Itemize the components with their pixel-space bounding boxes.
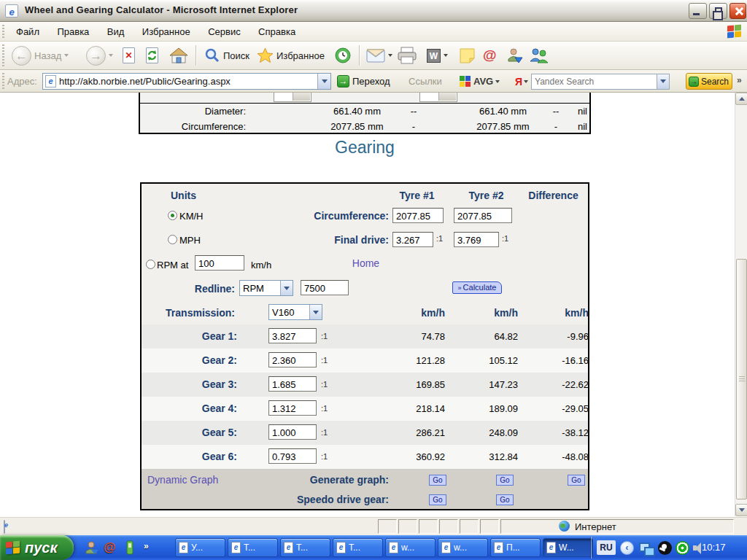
yandex-dropdown-icon[interactable] [524,80,528,83]
quicklaunch-mail-icon[interactable]: @ [104,540,118,555]
taskbar-window-button[interactable]: e П... [490,538,541,557]
gear-ratio-input[interactable] [268,328,317,343]
back-button[interactable]: ← Назад [12,42,69,69]
redline-unit-select[interactable]: RPM [239,280,293,296]
taskbar-clock[interactable]: 10:17 [702,542,726,553]
menubar-grip[interactable] [2,25,4,38]
redline-value-input[interactable] [301,280,349,295]
menu-help[interactable]: Справка [251,23,303,41]
home-link[interactable]: Home [331,257,400,269]
edit-dropdown-icon[interactable] [444,54,448,57]
stop-button[interactable]: ✕ [123,42,135,69]
quicklaunch-overflow-chevron[interactable]: » [144,541,149,551]
icq-button[interactable] [506,42,524,69]
mail-button[interactable] [366,42,392,69]
kmh-radio[interactable] [168,211,177,220]
circumference-tyre2-input[interactable] [454,208,512,223]
gear-ratio-input[interactable] [268,448,317,464]
gear-ratio-input[interactable] [268,424,317,440]
menu-file[interactable]: Файл [9,23,47,41]
mph-radio-label[interactable]: MPH [179,235,201,246]
refresh-button[interactable] [146,42,158,69]
tray-collapse-chevron-icon[interactable]: ‹ [620,541,634,555]
scroll-up-button[interactable] [735,93,747,105]
language-indicator[interactable]: RU [597,540,616,555]
mail-dropdown-icon[interactable] [388,54,392,57]
back-dropdown-icon[interactable] [64,54,69,57]
history-button[interactable] [334,42,352,69]
transmission-select[interactable]: V160 [268,304,322,320]
taskbar-window-button[interactable]: e Т... [228,538,278,557]
messenger-button[interactable] [530,42,549,69]
rpm-at-speed-input[interactable] [195,255,244,271]
mail-at-button[interactable]: @ [483,42,497,69]
generate-graph-go-diff[interactable]: Go [568,475,585,486]
scroll-down-button[interactable] [735,504,747,516]
yandex-search-input[interactable] [535,75,656,88]
links-label[interactable]: Ссылки [409,76,442,87]
rpm-at-radio[interactable] [146,260,155,269]
circumference-tyre1-input[interactable] [392,208,444,223]
clipped-control[interactable] [419,93,457,102]
start-button[interactable]: пуск [0,535,74,560]
calculate-button[interactable]: »Calculate [452,281,502,294]
gear-ratio-input[interactable] [268,352,317,368]
kmh-radio-label[interactable]: KM/H [179,211,204,222]
home-button[interactable] [169,42,188,69]
vertical-scrollbar[interactable] [735,93,747,516]
taskbar-window-button[interactable]: e Т... [280,538,330,557]
clipped-control[interactable] [274,93,311,102]
mph-radio[interactable] [168,235,177,244]
gear-row: Gear 1: :1 74.78 64.82 -9.96 [142,324,588,349]
address-dropdown-button[interactable] [317,74,330,89]
speedo-go-tyre2[interactable]: Go [496,494,514,505]
final-drive-tyre1-input[interactable] [392,232,433,247]
taskbar-window-button[interactable]: e w... [438,538,488,557]
address-field[interactable]: e [42,73,331,90]
select-dropdown-button[interactable] [309,305,322,319]
forward-dropdown-icon[interactable] [109,54,113,57]
generate-graph-go-tyre1[interactable]: Go [429,475,446,486]
addressbar-overflow-chevron[interactable]: » [737,75,742,85]
edit-with-word-button[interactable]: W [427,42,448,69]
gear-ratio-input[interactable] [268,400,317,416]
speedo-go-tyre1[interactable]: Go [429,494,446,505]
toolbar-grip[interactable] [2,44,4,66]
quicklaunch-phone-icon[interactable] [123,540,137,555]
avg-tray-icon[interactable] [676,541,689,555]
taskbar-window-button-active[interactable]: e W... [543,538,593,557]
favorites-toolbar-button[interactable]: Избранное [257,42,325,69]
quicklaunch-messenger-icon[interactable] [85,540,99,555]
addressbar-grip[interactable] [2,73,4,89]
steam-tray-icon[interactable] [658,541,672,555]
close-button[interactable] [729,3,746,19]
avg-toolbar-button[interactable]: AVG [460,74,500,89]
gear-ratio-input[interactable] [268,376,317,392]
chevron-down-icon [739,508,745,512]
yandex-icon[interactable]: Я [515,76,522,88]
notes-button[interactable] [460,42,475,69]
minimize-button[interactable] [689,3,707,19]
taskbar-window-button[interactable]: e Т... [333,538,383,557]
menu-view[interactable]: Вид [100,23,132,41]
yandex-history-dropdown[interactable] [657,74,669,89]
final-drive-tyre2-input[interactable] [454,232,499,247]
forward-button[interactable]: → [86,42,113,69]
taskbar-window-button[interactable]: e У... [175,538,225,557]
rpm-at-radio-label[interactable]: RPM at [157,260,188,271]
address-input[interactable] [59,74,330,88]
restore-button[interactable] [709,3,727,19]
select-dropdown-button[interactable] [280,281,293,295]
avg-dropdown-icon[interactable] [495,80,500,83]
taskbar-window-button[interactable]: e w... [385,538,436,557]
menu-edit[interactable]: Правка [50,23,96,41]
print-button[interactable] [398,42,417,69]
yandex-search-button[interactable]: → Search [686,73,732,90]
dynamic-graph-link[interactable]: Dynamic Graph [147,474,218,486]
generate-graph-go-tyre2[interactable]: Go [496,475,514,486]
search-toolbar-button[interactable]: Поиск [204,42,249,69]
scrollbar-thumb[interactable] [736,259,747,499]
menu-favorites[interactable]: Избранное [135,23,198,41]
go-navigate-button[interactable]: → Переход [337,73,390,90]
menu-tools[interactable]: Сервис [201,23,248,41]
